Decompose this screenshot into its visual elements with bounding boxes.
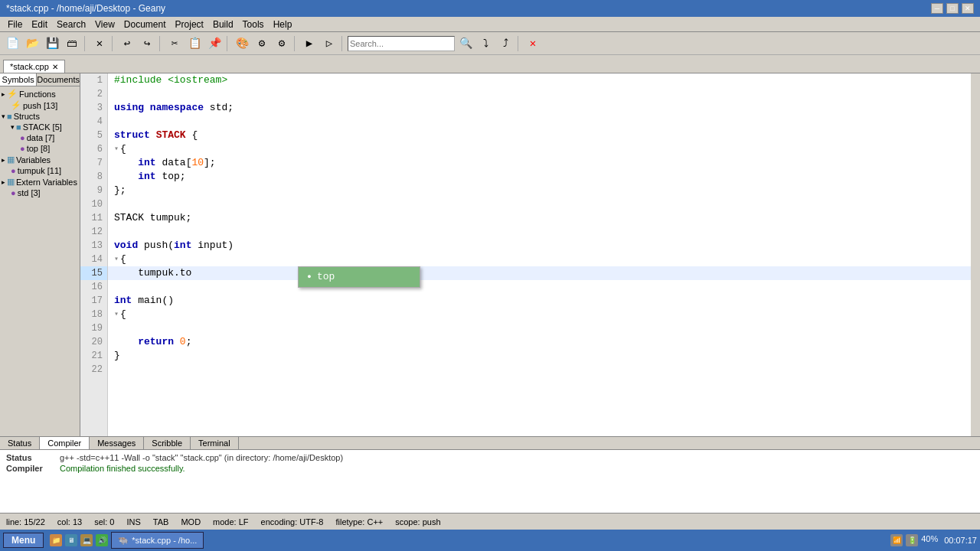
tray-icon-4[interactable]: 🔊 [96, 534, 108, 546]
menu-tools[interactable]: Tools [238, 18, 269, 30]
menu-project[interactable]: Project [171, 18, 208, 30]
code-line-15[interactable]: tumpuk.to [108, 266, 971, 280]
tree-structs-header[interactable]: ▾ ■ Structs [2, 111, 78, 122]
tray-bat-icon[interactable]: 🔋 [906, 534, 918, 546]
tree-variables-header[interactable]: ▸ ▦ Variables [2, 154, 78, 165]
jump-forward-button[interactable]: ⤴ [496, 34, 514, 53]
arrow-variables: ▸ [2, 156, 5, 164]
ln-5: 5 [80, 129, 107, 142]
close-button[interactable]: ✕ [962, 3, 974, 14]
prefs-button[interactable]: ⚙ [273, 34, 291, 53]
status-col: col: 13 [57, 517, 82, 527]
extern-icon: ▦ [7, 177, 15, 187]
code-line-5: struct STACK { [108, 129, 971, 142]
status-encoding: encoding: UTF-8 [261, 517, 324, 527]
search-input[interactable] [348, 36, 455, 51]
toolbar: 📄 📂 💾 🗃 ✕ ↩ ↪ ✂ 📋 📌 🎨 ⚙ ⚙ ▶ ▷ 🔍 ⤵ ⤴ ✕ [0, 32, 980, 55]
bottom-tab-status[interactable]: Status [0, 437, 40, 449]
fold-6[interactable]: ▾ [114, 142, 119, 156]
menu-view[interactable]: View [90, 18, 119, 30]
autocomplete-dropdown[interactable]: ● top [298, 266, 420, 288]
tree-functions-header[interactable]: ▸ ⚡ Functions [2, 88, 78, 99]
tab-stack-cpp[interactable]: *stack.cpp ✕ [3, 60, 65, 73]
tab-documents[interactable]: Documents [37, 73, 80, 86]
tree-top[interactable]: ● top [8] [2, 143, 78, 154]
bottom-tab-terminal[interactable]: Terminal [191, 437, 239, 449]
arrow-functions: ▸ [2, 90, 5, 98]
bottom-tab-messages[interactable]: Messages [90, 437, 144, 449]
menu-search[interactable]: Search [52, 18, 90, 30]
menu-edit[interactable]: Edit [27, 18, 52, 30]
save-button[interactable]: 💾 [43, 34, 61, 53]
ln-11: 11 [80, 211, 107, 225]
code-line-18: ▾{ [108, 308, 971, 321]
tray-icon-3[interactable]: 💻 [80, 534, 93, 546]
ln-8: 8 [80, 170, 107, 184]
window-controls: ─ □ ✕ [931, 3, 974, 14]
ln-20: 20 [80, 335, 107, 349]
code-line-1: #include <iostream> [108, 73, 971, 87]
compiler-row: Compiler Compilation finished successful… [6, 464, 974, 473]
bottom-tab-row: Status Compiler Messages Scribble Termin… [0, 437, 980, 450]
arrow-extern: ▸ [2, 178, 5, 186]
tree-stack[interactable]: ▾ ■ STACK [5] [2, 122, 78, 132]
bottom-tab-compiler[interactable]: Compiler [40, 437, 90, 449]
menu-file[interactable]: File [3, 18, 27, 30]
maximize-button[interactable]: □ [946, 3, 959, 14]
right-scrollbar[interactable] [971, 73, 980, 436]
code-editor[interactable]: #include <iostream> using namespace std;… [108, 73, 971, 436]
ln-17: 17 [80, 294, 107, 308]
save-all-button[interactable]: 🗃 [63, 34, 81, 53]
code-line-20: return 0; [108, 335, 971, 349]
fold-14[interactable]: ▾ [114, 253, 119, 266]
macro-button[interactable]: ⚙ [253, 34, 271, 53]
tray-battery: 40% [921, 534, 938, 546]
menu-build[interactable]: Build [208, 18, 238, 30]
redo-button[interactable]: ↪ [138, 34, 156, 53]
data-icon: ● [20, 133, 25, 142]
menu-help[interactable]: Help [269, 18, 297, 30]
tree-data[interactable]: ● data [7] [2, 132, 78, 143]
fold-18[interactable]: ▾ [114, 308, 119, 321]
open-button[interactable]: 📂 [23, 34, 41, 53]
tree-push[interactable]: ⚡ push [13] [2, 99, 78, 111]
compile-button[interactable]: ▶ [300, 34, 318, 53]
close-file-button[interactable]: ✕ [90, 34, 109, 53]
tray-icon-2[interactable]: 🖥 [65, 534, 77, 546]
data-label: data [7] [27, 133, 55, 142]
undo-button[interactable]: ↩ [118, 34, 136, 53]
status-scope: scope: push [395, 517, 440, 527]
copy-button[interactable]: 📋 [185, 34, 204, 53]
taskbar-geany[interactable]: 🐃 *stack.cpp - /ho... [111, 532, 204, 549]
new-button[interactable]: 📄 [3, 34, 21, 53]
status-line: line: 15/22 [6, 517, 45, 527]
ln-3: 3 [80, 101, 107, 115]
toolbar-separator-4 [227, 36, 230, 51]
search-button[interactable]: 🔍 [456, 34, 475, 53]
code-line-8: int top; [108, 170, 971, 184]
ln-6: 6 [80, 142, 107, 156]
autocomplete-item-top[interactable]: ● top [299, 267, 420, 287]
run-button[interactable]: ▷ [320, 34, 338, 53]
color-button[interactable]: 🎨 [233, 34, 251, 53]
tray-icon-1[interactable]: 📁 [50, 534, 62, 546]
tab-symbols[interactable]: Symbols [0, 73, 37, 86]
ln-4: 4 [80, 115, 107, 129]
tree-tumpuk[interactable]: ● tumpuk [11] [2, 165, 78, 176]
cut-button[interactable]: ✂ [165, 34, 184, 53]
tree-std[interactable]: ● std [3] [2, 187, 78, 198]
status-value: g++ -std=c++11 -Wall -o "stack" "stack.c… [60, 453, 343, 462]
paste-button[interactable]: 📌 [205, 34, 224, 53]
tree-extern-header[interactable]: ▸ ▦ Extern Variables [2, 176, 78, 187]
tab-close-icon[interactable]: ✕ [52, 63, 58, 71]
bottom-tab-scribble[interactable]: Scribble [144, 437, 191, 449]
geany-icon: 🐃 [118, 536, 129, 546]
menu-document[interactable]: Document [119, 18, 171, 30]
jump-button[interactable]: ⤵ [476, 34, 495, 53]
code-line-17: int main() [108, 294, 971, 308]
start-button[interactable]: Menu [3, 533, 44, 548]
close-x-button[interactable]: ✕ [524, 34, 542, 53]
search-area: 🔍 ⤵ ⤴ [348, 34, 514, 53]
minimize-button[interactable]: ─ [931, 3, 943, 14]
tray-net-icon[interactable]: 📶 [890, 534, 903, 546]
